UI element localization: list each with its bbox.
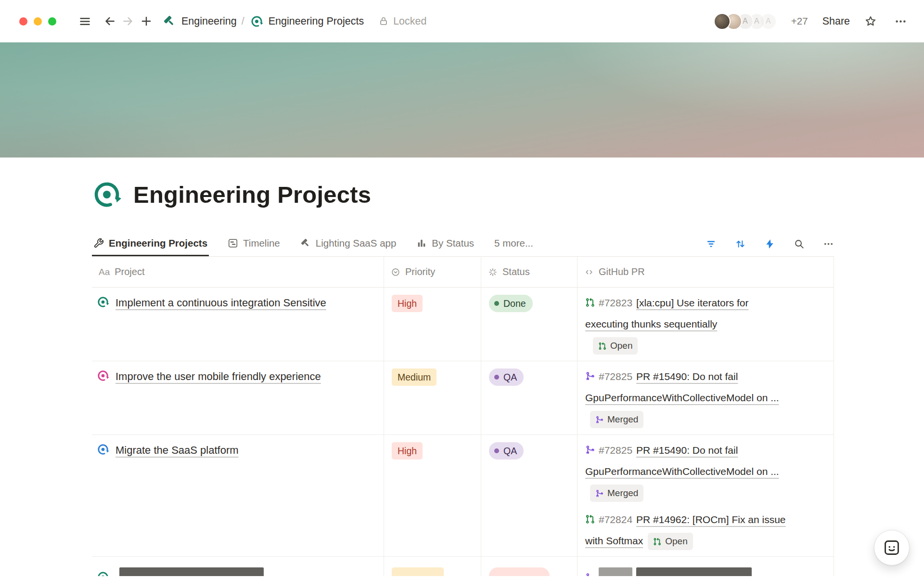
- column-header-github-pr[interactable]: GitHub PR: [578, 257, 834, 287]
- teamspace-hammer-icon: [163, 15, 176, 28]
- status-cell[interactable]: QA: [481, 435, 578, 556]
- forward-icon[interactable]: [119, 12, 137, 30]
- wrench-icon: [93, 238, 104, 249]
- tab-engineering-projects[interactable]: Engineering Projects: [92, 233, 209, 256]
- page-title[interactable]: Engineering Projects: [133, 181, 371, 208]
- github-pr-mention[interactable]: #72824PR #14962: [ROCm] Fix an issue wit…: [585, 509, 787, 552]
- project-cell[interactable]: Improve the user mobile friendly experie…: [92, 361, 384, 434]
- column-label: Priority: [405, 266, 435, 277]
- tab-label: Lighting SaaS app: [316, 237, 397, 249]
- github-pr-cell: [578, 557, 834, 576]
- table-row: Improve the user mobile friendly experie…: [92, 361, 834, 435]
- status-cell[interactable]: QA: [481, 361, 578, 434]
- cycle-icon: [97, 296, 109, 308]
- timeline-icon: [228, 238, 238, 249]
- github-pr-cell[interactable]: #72825PR #15490: Do not fail GpuPerforma…: [578, 435, 834, 556]
- window-titlebar: Engineering / Engineering Projects Locke…: [0, 0, 924, 42]
- table-row: Implement a continuous integration Sensi…: [92, 288, 834, 361]
- more-options-icon[interactable]: [891, 12, 910, 30]
- filter-icon[interactable]: [706, 238, 717, 250]
- text-property-icon: Aa: [99, 267, 110, 277]
- pr-number: #72825: [599, 445, 632, 456]
- status-badge[interactable]: QA: [489, 368, 524, 386]
- notion-ai-face-icon: [883, 539, 901, 557]
- cycle-icon: [97, 571, 109, 576]
- git-pull-request-icon: [585, 298, 595, 307]
- clipped-status-badge: [489, 567, 550, 576]
- github-pr-cell[interactable]: #72823[xla:cpu] Use iterators for execut…: [578, 288, 834, 361]
- status-property-icon: [488, 267, 498, 277]
- github-pr-mention[interactable]: #72825PR #15490: Do not fail GpuPerforma…: [585, 440, 787, 503]
- pr-state-badge: Open: [648, 533, 693, 550]
- project-cell[interactable]: Implement a continuous integration Sensi…: [92, 288, 384, 361]
- page-cycle-icon[interactable]: [92, 180, 122, 210]
- pr-number: #72823: [599, 297, 632, 308]
- sidebar-toggle-icon[interactable]: [76, 12, 94, 30]
- git-merge-icon: [585, 445, 595, 455]
- project-title-link[interactable]: Implement a continuous integration Sensi…: [116, 297, 326, 309]
- github-pr-cell[interactable]: #72825PR #15490: Do not fail GpuPerforma…: [578, 361, 834, 434]
- priority-cell[interactable]: High: [384, 435, 481, 556]
- clipped-text: [636, 567, 752, 576]
- table-row: Migrate the SaaS platform High QA #72825…: [92, 435, 834, 557]
- sort-icon[interactable]: [735, 238, 746, 250]
- pr-state-badge: Merged: [590, 411, 643, 428]
- table-header-row: Aa Project Priority Status GitHub PR: [92, 257, 834, 288]
- database-view-tabs: Engineering Projects Timeline Lighting S…: [92, 233, 834, 257]
- project-title-link[interactable]: Migrate the SaaS platform: [116, 444, 239, 456]
- breadcrumb: Engineering / Engineering Projects: [163, 15, 364, 28]
- column-header-status[interactable]: Status: [481, 257, 578, 287]
- notion-ai-button[interactable]: [874, 530, 910, 565]
- tab-more-views[interactable]: 5 more...: [493, 233, 535, 256]
- share-button[interactable]: Share: [822, 15, 850, 27]
- status-badge[interactable]: Done: [489, 295, 533, 312]
- priority-cell[interactable]: High: [384, 288, 481, 361]
- view-more-icon[interactable]: [823, 238, 834, 250]
- pr-number: #72825: [599, 371, 632, 382]
- clipped-priority-badge: [392, 567, 444, 576]
- status-dot: [494, 448, 499, 453]
- column-header-priority[interactable]: Priority: [384, 257, 481, 287]
- code-property-icon: [584, 267, 594, 277]
- git-pull-request-icon: [585, 514, 595, 524]
- git-merge-icon: [585, 573, 595, 576]
- breadcrumb-page[interactable]: Engineering Projects: [269, 15, 364, 27]
- minimize-window-button[interactable]: [34, 17, 42, 26]
- back-icon[interactable]: [101, 12, 119, 30]
- tab-by-status[interactable]: By Status: [415, 233, 475, 256]
- priority-cell[interactable]: Medium: [384, 361, 481, 434]
- page-cycle-icon-small: [250, 15, 263, 28]
- priority-badge[interactable]: High: [392, 442, 423, 460]
- favorite-star-icon[interactable]: [861, 12, 880, 30]
- close-window-button[interactable]: [19, 17, 27, 26]
- board-icon: [416, 238, 427, 249]
- breadcrumb-teamspace[interactable]: Engineering: [181, 15, 237, 27]
- hammer-icon: [300, 238, 311, 249]
- breadcrumb-separator: /: [242, 15, 244, 27]
- column-header-project[interactable]: Aa Project: [92, 257, 384, 287]
- tab-timeline[interactable]: Timeline: [226, 233, 282, 256]
- avatar-overflow-count[interactable]: +27: [791, 15, 808, 27]
- github-pr-mention[interactable]: #72823[xla:cpu] Use iterators for execut…: [585, 292, 787, 356]
- status-cell[interactable]: Done: [481, 288, 578, 361]
- project-title-link[interactable]: Improve the user mobile friendly experie…: [116, 370, 321, 382]
- table-row-partial[interactable]: [92, 557, 834, 576]
- priority-badge[interactable]: Medium: [392, 368, 436, 386]
- github-pr-mention[interactable]: #72825PR #15490: Do not fail GpuPerforma…: [585, 366, 787, 430]
- project-cell[interactable]: Migrate the SaaS platform: [92, 435, 384, 556]
- search-icon[interactable]: [794, 238, 805, 250]
- clipped-text: [599, 567, 632, 576]
- status-badge[interactable]: QA: [489, 442, 524, 460]
- select-property-icon: [391, 267, 400, 277]
- priority-cell: [384, 557, 481, 576]
- new-tab-icon[interactable]: [137, 12, 155, 30]
- avatar[interactable]: [714, 13, 731, 30]
- zoom-window-button[interactable]: [48, 17, 56, 26]
- automation-bolt-icon[interactable]: [764, 238, 775, 250]
- pr-number: #72824: [599, 514, 632, 525]
- page-cover-image: [0, 42, 924, 158]
- status-dot: [494, 375, 499, 380]
- locked-indicator[interactable]: Locked: [378, 15, 426, 27]
- tab-lighting-saas-app[interactable]: Lighting SaaS app: [299, 233, 398, 256]
- priority-badge[interactable]: High: [392, 295, 423, 312]
